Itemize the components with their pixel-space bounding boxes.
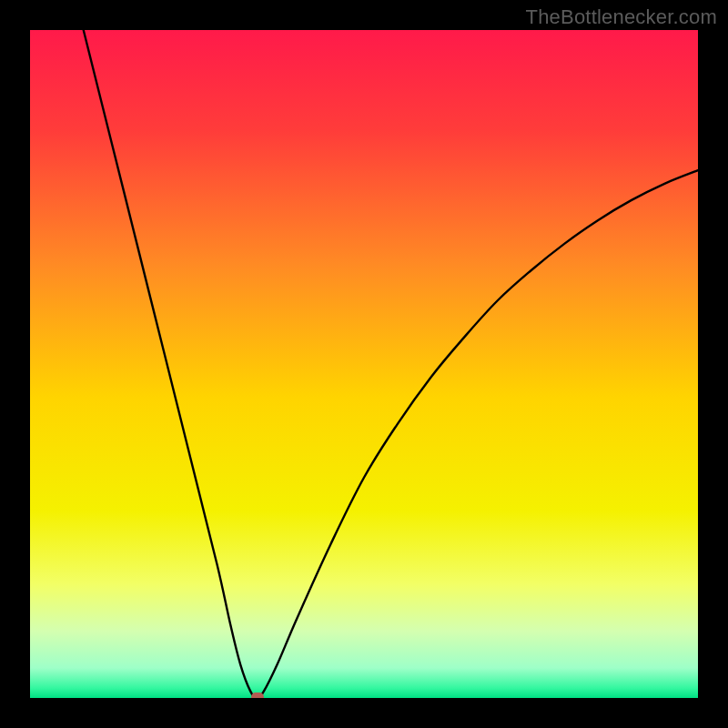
minimum-marker (251, 693, 264, 698)
plot-area (30, 30, 698, 698)
curve-layer (30, 30, 698, 698)
watermark-text: TheBottlenecker.com (526, 5, 717, 29)
chart-frame: TheBottlenecker.com (0, 0, 728, 728)
bottleneck-curve (84, 30, 698, 698)
